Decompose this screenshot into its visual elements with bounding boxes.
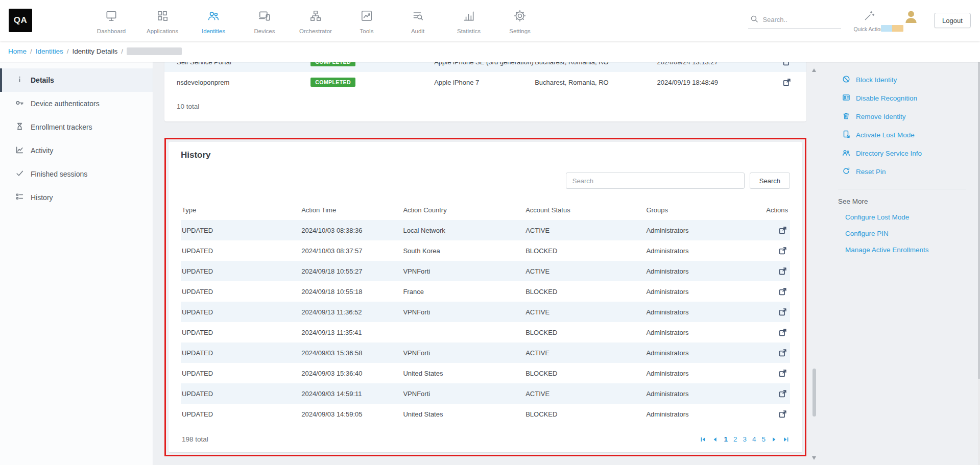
nav-item-identities[interactable]: Identities [188, 7, 239, 34]
wand-icon [864, 9, 876, 23]
session-location: Bucharest, Romania, RO [535, 62, 657, 66]
cell-action-time: 2024/09/03 14:59:05 [301, 410, 403, 418]
nav-label: Applications [147, 28, 178, 34]
devices-icon [258, 9, 271, 25]
phone-arrow-icon [842, 130, 850, 140]
session-device: Apple iPhone SE (3rd generation) [434, 62, 535, 66]
session-device: Apple iPhone 7 [434, 79, 535, 86]
action-label: Reset Pin [856, 168, 886, 176]
cell-action-country: South Korea [403, 247, 525, 255]
configure-pin-link[interactable]: Configure PIN [845, 230, 968, 237]
row-action-button[interactable] [777, 225, 788, 236]
cell-type: UPDATED [181, 308, 301, 316]
app-logo[interactable]: QA [9, 9, 32, 32]
remove-identity-action[interactable]: Remove Identity [838, 107, 968, 126]
nav-item-audit[interactable]: Audit [392, 7, 443, 34]
history-search-button[interactable]: Search [750, 173, 790, 189]
nav-item-devices[interactable]: Devices [239, 7, 290, 34]
scrollbar-thumb[interactable] [812, 369, 816, 417]
cell-action-time: 2024/09/03 15:36:58 [301, 349, 403, 357]
block-identity-action[interactable]: Block Identity [838, 70, 968, 89]
people-icon [842, 149, 850, 158]
nav-item-settings[interactable]: Settings [494, 7, 545, 34]
tools-icon [360, 9, 373, 25]
user-menu[interactable] [898, 7, 922, 34]
nav-label: Tools [360, 28, 374, 34]
row-action-button[interactable] [777, 266, 788, 277]
sidebar-item-device-authenticators[interactable]: Device authenticators [0, 92, 153, 115]
sidebar-item-details[interactable]: Details [0, 68, 153, 92]
sidebar-item-activity[interactable]: Activity [0, 139, 153, 162]
cell-account-status: BLOCKED [525, 410, 646, 418]
language-flag[interactable] [881, 25, 903, 32]
page-number[interactable]: 4 [752, 435, 756, 443]
directory-service-info-action[interactable]: Directory Service Info [838, 144, 968, 162]
nav-item-orchestrator[interactable]: Orchestrator [290, 7, 341, 34]
sessions-total: 10 total [164, 92, 806, 121]
col-header-actions: Actions [769, 206, 790, 214]
row-action-button[interactable] [777, 246, 788, 256]
statistics-icon [462, 9, 475, 25]
prev-page-icon[interactable] [712, 436, 718, 443]
check-icon [15, 169, 24, 179]
action-label: Block Identity [856, 76, 897, 84]
cell-action-country: VPNForti [403, 308, 525, 316]
row-action-button[interactable] [777, 307, 788, 317]
sidebar-item-finished-sessions[interactable]: Finished sessions [0, 162, 153, 186]
row-action-button[interactable] [777, 327, 788, 338]
breadcrumb-separator: / [30, 47, 32, 55]
disable-recognition-action[interactable]: Disable Recognition [838, 89, 968, 107]
open-external-icon [778, 392, 787, 400]
open-external-icon [778, 331, 787, 338]
row-action-button[interactable] [777, 286, 788, 297]
orchestrator-icon [309, 9, 322, 25]
nav-item-applications[interactable]: Applications [137, 7, 188, 34]
history-search-input[interactable] [566, 173, 745, 189]
id-card-icon [842, 93, 850, 103]
manage-active-enrollments-link[interactable]: Manage Active Enrollments [845, 246, 968, 254]
nav-label: Identities [202, 28, 225, 34]
page-scrollbar-thumb[interactable] [978, 62, 980, 379]
reset-pin-action[interactable]: Reset Pin [838, 162, 968, 181]
sidebar-item-enrollment-trackers[interactable]: Enrollment trackers [0, 115, 153, 139]
breadcrumb-identities[interactable]: Identities [36, 47, 63, 55]
nav-item-tools[interactable]: Tools [341, 7, 392, 34]
page-number[interactable]: 2 [733, 435, 737, 443]
page-number[interactable]: 3 [743, 435, 747, 443]
page-number[interactable]: 5 [761, 435, 766, 443]
page-scrollbar [978, 62, 980, 465]
nav-item-statistics[interactable]: Statistics [443, 7, 494, 34]
activate-lost-mode-action[interactable]: Activate Lost Mode [838, 126, 968, 144]
row-action-button[interactable] [777, 368, 788, 379]
sidebar-item-history[interactable]: History [0, 186, 153, 209]
row-action-button[interactable] [777, 409, 788, 420]
cell-type: UPDATED [181, 410, 301, 418]
row-action-button[interactable] [777, 388, 788, 399]
first-page-icon[interactable] [700, 436, 706, 443]
scroll-up-arrow[interactable] [812, 68, 816, 72]
applications-icon [156, 9, 169, 25]
nav-item-dashboard[interactable]: Dashboard [86, 7, 137, 34]
breadcrumb-separator: / [121, 47, 123, 55]
global-search-input[interactable] [762, 16, 839, 23]
logout-button[interactable]: Logout [934, 13, 971, 28]
next-page-icon[interactable] [771, 436, 777, 443]
open-external-icon [778, 229, 787, 236]
cell-action-time: 2024/09/18 10:55:27 [301, 267, 403, 275]
breadcrumb-separator: / [67, 47, 69, 55]
open-external-icon [778, 351, 787, 359]
gear-icon [513, 9, 527, 25]
last-page-icon[interactable] [783, 436, 789, 443]
row-action-button[interactable] [781, 77, 792, 88]
cell-action-time: 2024/09/18 10:55:18 [301, 288, 403, 296]
history-table-body: UPDATED 2024/10/03 08:38:36 Local Networ… [181, 220, 790, 424]
history-table-header: Type Action Time Action Country Account … [181, 201, 790, 220]
row-action-button[interactable] [777, 348, 788, 358]
row-action-button[interactable] [781, 62, 792, 67]
page-number[interactable]: 1 [724, 435, 728, 443]
configure-lost-mode-link[interactable]: Configure Lost Mode [845, 213, 968, 221]
scroll-down-arrow[interactable] [812, 456, 816, 460]
breadcrumb-home[interactable]: Home [8, 47, 27, 55]
cell-type: UPDATED [181, 288, 301, 296]
status-badge: COMPLETED [310, 62, 355, 66]
